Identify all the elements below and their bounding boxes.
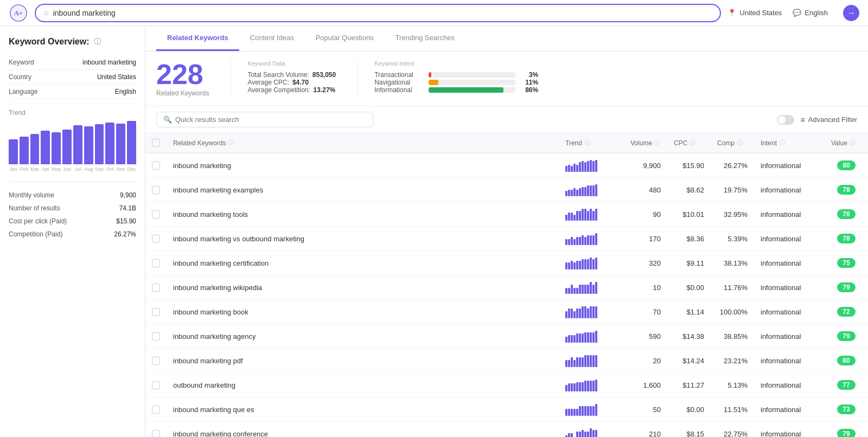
table-row: inbound marketing book 70 $1.14 100.00% … [145,300,868,324]
search-input[interactable] [53,9,713,17]
mini-bar [573,239,576,245]
th-keyword-info[interactable]: ⓘ [228,139,234,147]
country-selector[interactable]: 📍 United States [727,9,782,17]
submit-button[interactable]: → [843,5,859,21]
mini-bar [595,160,597,172]
cpc-cell: $9.11 [667,251,711,275]
row-checkbox[interactable] [152,235,160,243]
comp-cell: 23.21% [711,349,754,373]
th-volume-info[interactable]: ⓘ [654,139,660,147]
tab-content-ideas[interactable]: Content Ideas [239,26,305,51]
mini-bar [579,285,581,294]
toggle-switch[interactable] [777,115,794,125]
mini-bar [587,211,589,221]
comp-cell: 26.27% [711,153,754,178]
tab-trending-searches[interactable]: Trending Searches [385,26,465,51]
header-checkbox[interactable] [152,139,160,147]
row-checkbox[interactable] [152,186,160,194]
tab-popular-questions[interactable]: Popular Questions [305,26,385,51]
th-trend-info[interactable]: ⓘ [584,139,590,147]
mini-bar [573,383,576,391]
stats-row: Competition (Paid)26.27% [9,228,136,241]
mini-bar [582,306,584,318]
keyword-data-title: Keyword Data [247,60,336,67]
kd-label: Average Competition: [247,86,310,94]
volume-cell: 90 [624,202,667,227]
intent-bar-bg [429,87,515,93]
mini-bar [568,165,570,172]
value-badge: 72 [837,307,855,317]
stats-row: Cost per click (Paid)$15.90 [9,215,136,228]
mini-bar [587,355,589,367]
svg-text:A+: A+ [14,9,23,17]
mini-bar [582,209,584,221]
mini-bar [573,288,576,294]
mini-bar [571,357,573,367]
sidebar-info-icon[interactable]: ⓘ [94,37,101,47]
mini-bar [590,258,592,269]
mini-bar [590,209,592,221]
cpc-cell: $1.14 [667,300,711,324]
cpc-cell: $8.15 [667,422,711,438]
th-cpc-info[interactable]: ⓘ [690,139,695,147]
row-checkbox[interactable] [152,308,160,316]
table-row: inbound marketing 9,900 $15.90 26.27% in… [145,153,868,178]
sidebar-meta: Keywordinbound marketingCountryUnited St… [9,55,136,99]
th-comp-info[interactable]: ⓘ [737,139,743,147]
mini-bar [582,333,584,343]
mini-bar [576,333,578,343]
table-row: inbound marketing certification 320 $9.1… [145,251,868,275]
row-checkbox[interactable] [152,284,160,292]
th-comp-label: Comp [717,139,735,147]
language-selector[interactable]: 💬 English [793,9,828,17]
row-checkbox[interactable] [152,430,160,438]
value-cell: 80 [825,349,868,373]
th-intent-info[interactable]: ⓘ [779,139,785,147]
cpc-cell: $15.90 [667,153,711,178]
value-cell: 75 [825,251,868,275]
row-checkbox[interactable] [152,210,160,218]
advanced-filter-button[interactable]: ≡ Advanced Filter [801,115,858,124]
intent-cell: informational [754,251,825,275]
chart-bar [116,124,125,164]
row-checkbox[interactable] [152,332,160,340]
value-cell: 80 [825,153,868,178]
trend-cell [559,397,624,422]
row-checkbox[interactable] [152,162,160,170]
tab-related-keywords[interactable]: Related Keywords [156,26,239,51]
intent-title: Keyword Intent [374,60,538,67]
trend-bars [565,403,617,416]
mini-bar [565,409,567,416]
intent-row: Informational 86% [374,86,538,94]
volume-cell: 1,600 [624,373,667,397]
mini-bar [595,380,597,391]
row-checkbox[interactable] [152,406,160,414]
mini-bar [590,160,592,172]
value-cell: 72 [825,300,868,324]
toggle-control[interactable] [777,115,794,125]
value-badge: 80 [837,356,855,365]
search-bar: ○ [35,4,721,22]
keyword-cell: inbound marketing pdf [167,349,559,373]
row-checkbox[interactable] [152,357,160,365]
mini-bar [565,166,567,172]
mini-bar [565,337,567,343]
content-panel: 228 Related Keywords Keyword Data Total … [145,52,868,437]
tabs: Related KeywordsContent IdeasPopular Que… [145,26,868,52]
intent-row: Navigational 11% [374,79,538,86]
row-checkbox[interactable] [152,259,160,267]
row-checkbox[interactable] [152,381,160,389]
kd-label: Average CPC: [247,79,289,86]
intent-cell: informational [754,324,825,349]
chart-label: Apr [41,166,50,172]
mini-bar [576,309,578,318]
mini-bar [579,237,581,245]
th-value-info[interactable]: ⓘ [850,139,856,147]
stats-label: Cost per click (Paid) [9,217,67,225]
quick-search-input[interactable] [175,115,366,124]
table-row: inbound marketing conference 210 $8.15 2… [145,422,868,438]
mini-bar [568,360,570,367]
keyword-cell: inbound marketing examples [167,178,559,202]
mini-bar [592,406,595,416]
mini-bar [587,161,589,172]
